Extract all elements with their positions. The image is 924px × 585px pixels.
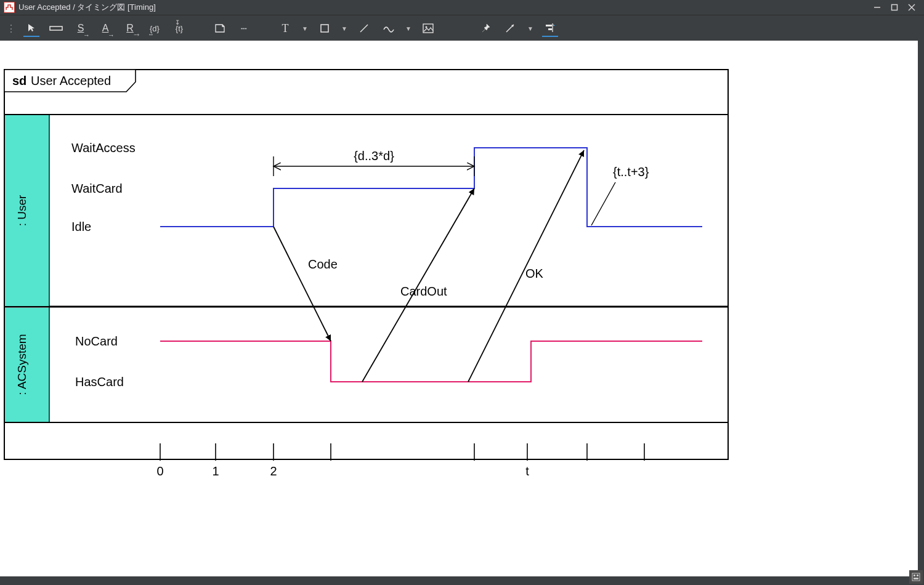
svg-rect-24: [917, 575, 918, 576]
pin-tool[interactable]: [478, 20, 494, 36]
line-tool[interactable]: [356, 20, 372, 36]
ruler-label: 1: [212, 464, 219, 478]
alignment-tool[interactable]: [542, 20, 558, 37]
duration-constraint-label: {d..3*d}: [354, 149, 394, 163]
note-tool[interactable]: [212, 20, 228, 36]
frame-name: User Accepted: [31, 74, 111, 87]
separator-tool[interactable]: ┄: [237, 20, 253, 36]
svg-rect-5: [321, 25, 328, 32]
toolbar-grip: ⋮: [6, 23, 15, 34]
svg-rect-13: [548, 28, 552, 30]
frame-border: [4, 70, 728, 459]
message-label-ok: OK: [525, 267, 544, 280]
svg-rect-23: [914, 575, 915, 576]
timing-constraint-label: {t..t+3}: [613, 165, 649, 179]
text-tool-dropdown[interactable]: ▼: [302, 25, 308, 32]
time-constraint-tool[interactable]: ↧{t}: [171, 20, 187, 36]
freehand-tool-dropdown[interactable]: ▼: [405, 25, 411, 32]
app-icon: [4, 2, 15, 13]
acsystem-state-hascard: HasCard: [75, 375, 124, 389]
close-button[interactable]: [903, 1, 920, 14]
rectangle-tool-dropdown[interactable]: ▼: [341, 25, 347, 32]
acsystem-lifeline-label: : ACSystem: [15, 334, 28, 395]
svg-point-8: [426, 26, 428, 28]
window-titlebar: User Accepted / タイミング図 [Timing]: [0, 0, 924, 15]
reply-message-tool[interactable]: R⤑: [122, 20, 138, 36]
rectangle-tool[interactable]: [317, 20, 333, 36]
user-state-waitaccess: WaitAccess: [71, 141, 136, 155]
image-tool[interactable]: [420, 20, 436, 36]
text-tool[interactable]: T: [277, 20, 293, 36]
acsystem-state-nocard: NoCard: [75, 334, 118, 348]
sync-message-tool[interactable]: S→: [73, 20, 89, 36]
maximize-button[interactable]: [886, 1, 903, 14]
timeline-tool[interactable]: [48, 20, 64, 36]
ruler-label: 0: [156, 464, 163, 478]
canvas-area: sdUser Accepted: User: ACSystemWaitAcces…: [0, 41, 924, 585]
duration-constraint-tool[interactable]: {d}↔: [147, 20, 163, 36]
svg-rect-12: [546, 25, 552, 26]
message-label-cardout: CardOut: [400, 284, 447, 298]
svg-rect-25: [914, 578, 918, 579]
freehand-tool[interactable]: [381, 20, 397, 36]
svg-rect-1: [892, 5, 898, 10]
async-message-tool[interactable]: A→: [97, 20, 113, 36]
connector-tool[interactable]: [503, 20, 519, 36]
overview-icon[interactable]: [909, 570, 923, 584]
minimize-button[interactable]: [869, 1, 886, 14]
svg-rect-7: [423, 24, 433, 33]
ruler-label: t: [525, 464, 529, 478]
diagram-canvas[interactable]: sdUser Accepted: User: ACSystemWaitAcces…: [0, 41, 918, 576]
ruler-label: 2: [270, 464, 277, 478]
svg-line-6: [360, 25, 368, 32]
connector-tool-dropdown[interactable]: ▼: [527, 25, 533, 32]
user-state-waitcard: WaitCard: [71, 182, 123, 195]
user-lifeline-label: : User: [15, 195, 28, 226]
svg-marker-14: [553, 24, 555, 26]
svg-rect-4: [50, 26, 62, 30]
window-title: User Accepted / タイミング図 [Timing]: [18, 2, 869, 13]
select-tool[interactable]: [23, 20, 39, 37]
message-label-code: Code: [308, 257, 338, 271]
svg-rect-22: [912, 573, 920, 581]
user-state-idle: Idle: [71, 220, 91, 233]
frame-prefix: sd: [12, 74, 26, 87]
toolbar: ⋮ S→ A→ R⤑ {d}↔ ↧{t} ┄ T ▼ ▼ ▼ ▼: [0, 15, 924, 41]
